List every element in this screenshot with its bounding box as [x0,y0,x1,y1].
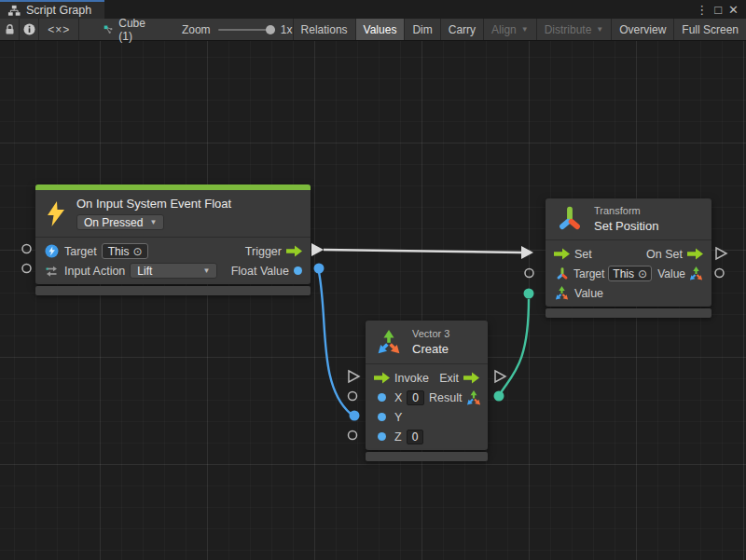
node-footer [366,452,488,461]
zoom-slider-handle[interactable] [266,25,275,34]
port-vector3-y-in[interactable] [350,411,360,421]
distribute-button: Distribute ▼ [536,19,612,40]
lock-icon [5,23,15,35]
port-label-x: X [394,391,402,404]
target-icon: ⊙ [132,245,142,258]
port-row-x: X 0 Result [366,388,488,407]
vector3-port-icon [554,286,570,300]
tab-script-graph[interactable]: Script Graph [0,0,104,19]
node-type-label: Transform [594,205,658,216]
toolbar-buttons: Relations Values Dim Carry Align ▼ Distr… [293,19,746,40]
port-label-exit: Exit [439,372,459,385]
port-row-target: Target This ⊙ Value [546,264,711,283]
port-label-target: Target [64,245,97,258]
chevron-down-icon: ▼ [149,218,157,226]
dim-button[interactable]: Dim [404,19,439,40]
port-row-invoke: Invoke Exit [366,368,488,388]
float-port-icon [374,413,390,421]
carry-button[interactable]: Carry [440,19,483,40]
flow-arrow-icon [463,372,479,384]
window-controls: ⋮ □ ✕ [696,0,746,19]
port-label-y: Y [394,411,402,424]
maximize-icon[interactable]: □ [714,4,722,16]
node-title: Set Position [594,219,658,233]
overview-button[interactable]: Overview [611,19,673,40]
port-label-float-value: Float Value [231,265,289,278]
x-value-field[interactable]: 0 [407,390,424,405]
relations-button[interactable]: Relations [293,19,355,40]
graph-icon [7,5,21,17]
flow-arrow-icon [687,248,703,260]
port-label-input-action: Input Action [64,265,125,278]
flow-arrow-icon [554,248,570,260]
vector3-port-icon [689,266,703,280]
tab-label: Script Graph [26,4,91,17]
node-title: On Input System Event Float [76,197,231,211]
node-footer [35,286,311,295]
target-object-field[interactable]: This ⊙ [102,243,149,259]
chevron-down-icon: ▼ [521,25,529,34]
graph-owner-icon [104,23,113,35]
float-port-icon [374,432,390,441]
close-icon[interactable]: ✕ [728,4,739,16]
zoom-label: Zoom [182,23,211,36]
z-value-field[interactable]: 0 [407,430,424,444]
float-port-icon [294,266,302,275]
node-on-input-system-event-float[interactable]: On Input System Event Float On Pressed ▼ [35,184,311,295]
port-row-input-action: Input Action Lift ▼ Float Value [35,261,311,280]
preview-source-button[interactable]: <×> [39,19,79,40]
input-action-icon [44,265,60,278]
port-label-value-out: Value [657,267,685,280]
event-mode-value: On Pressed [84,216,143,229]
zoom-value: 1x [281,23,293,36]
port-row-target: Target This ⊙ Trigger [35,241,311,261]
port-label-z: Z [394,430,402,444]
full-screen-button[interactable]: Full Screen [673,19,746,40]
distribute-label: Distribute [545,23,592,36]
node-title: Create [412,342,449,356]
node-vector3-create[interactable]: Vector 3 Create Invoke Exit [366,321,488,461]
zoom-slider[interactable] [218,19,275,41]
input-action-dropdown[interactable]: Lift ▼ [130,263,217,279]
event-object-icon [44,244,60,258]
port-vector3-result-out[interactable] [494,391,504,402]
lock-button[interactable] [0,19,20,40]
align-label: Align [491,23,517,36]
port-label-on-set: On Set [646,248,683,261]
port-row-z: Z 0 [366,427,488,446]
float-port-icon [374,393,390,402]
port-row-y: Y [366,407,488,427]
port-label-value-in: Value [574,287,603,300]
chevron-down-icon: ▼ [202,266,210,275]
port-row-value: Value [546,283,711,303]
align-button: Align ▼ [483,19,536,40]
port-event-floatvalue-out[interactable] [314,264,325,274]
node-transform-set-position[interactable]: Transform Set Position Set On Set [546,198,711,318]
node-type-label: Vector 3 [412,328,449,339]
target-object-field[interactable]: This ⊙ [608,266,652,281]
port-label-trigger: Trigger [245,245,282,258]
graph-owner[interactable]: Cube (1) [104,19,150,40]
port-label-set: Set [574,248,592,261]
info-button[interactable] [20,19,39,40]
vector3-port-icon [466,390,481,405]
graph-owner-label: Cube (1) [118,17,150,43]
chevron-down-icon: ▼ [596,25,603,34]
port-label-result: Result [429,391,462,404]
values-button[interactable]: Values [355,19,405,40]
transform-port-icon [554,267,570,280]
input-action-value: Lift [137,265,152,278]
more-icon[interactable]: ⋮ [696,4,708,16]
port-label-target: Target [573,267,604,280]
target-icon: ⊙ [638,267,647,280]
transform-icon [557,206,583,232]
flow-arrow-icon [286,245,302,257]
flow-arrow-icon [374,372,390,384]
target-object-value: This [108,245,130,258]
window-tab-bar: Script Graph ⋮ □ ✕ [0,0,746,19]
port-label-invoke: Invoke [394,372,429,385]
info-icon [23,23,35,35]
port-transform-value-in[interactable] [524,289,534,299]
event-mode-dropdown[interactable]: On Pressed ▼ [76,214,164,230]
target-object-value: This [613,267,634,280]
